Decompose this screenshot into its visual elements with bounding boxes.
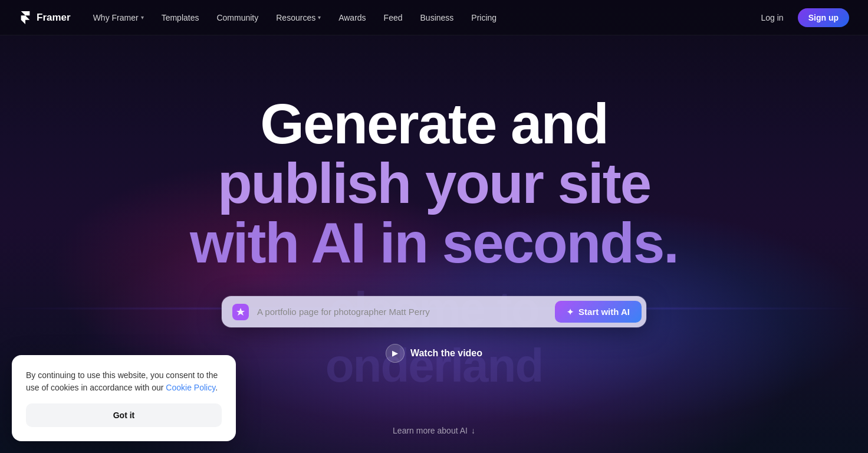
- logo[interactable]: Framer: [19, 11, 71, 24]
- chevron-down-icon: ▾: [141, 14, 144, 21]
- nav-item-label: Feed: [384, 13, 403, 22]
- cookie-policy-link[interactable]: Cookie Policy: [166, 383, 215, 392]
- nav-item-awards[interactable]: Awards: [330, 9, 374, 26]
- watch-video-label: Watch the video: [410, 348, 482, 359]
- start-with-ai-button[interactable]: ✦ Start with AI: [555, 301, 642, 323]
- start-ai-label: Start with AI: [578, 307, 630, 317]
- nav-item-label: Community: [216, 13, 258, 22]
- ai-prompt-input[interactable]: [257, 307, 548, 317]
- nav-item-templates[interactable]: Templates: [153, 9, 208, 26]
- nav-item-label: Business: [420, 13, 454, 22]
- hero-title-line1: Generate and: [190, 94, 678, 154]
- ai-icon: [232, 304, 249, 320]
- learn-more-label: Learn more about AI: [393, 426, 468, 435]
- logo-text: Framer: [37, 12, 71, 24]
- nav-item-business[interactable]: Business: [412, 9, 462, 26]
- hero-title-line2: publish your site: [190, 154, 678, 214]
- learn-more-link[interactable]: Learn more about AI ↓: [393, 426, 475, 435]
- hero-title-line3: with AI in seconds.: [190, 214, 678, 273]
- nav-item-community[interactable]: Community: [208, 9, 267, 26]
- hero-section: Generate and publish your site with AI i…: [0, 35, 868, 363]
- nav-item-pricing[interactable]: Pricing: [463, 9, 505, 26]
- navbar: Framer Why Framer ▾ Templates Community …: [0, 0, 868, 35]
- cookie-banner: By continuing to use this website, you c…: [12, 355, 236, 441]
- watch-video-link[interactable]: ▶ Watch the video: [386, 344, 482, 363]
- login-button[interactable]: Log in: [752, 9, 793, 27]
- nav-item-label: Resources: [276, 13, 315, 22]
- arrow-down-icon: ↓: [471, 426, 475, 435]
- cookie-text: By continuing to use this website, you c…: [26, 369, 222, 394]
- nav-right: Log in Sign up: [752, 8, 849, 27]
- framer-logo-icon: [19, 11, 32, 24]
- nav-items: Why Framer ▾ Templates Community Resourc…: [85, 9, 752, 26]
- nav-item-label: Awards: [338, 13, 366, 22]
- nav-item-why-framer[interactable]: Why Framer ▾: [85, 9, 152, 26]
- chevron-down-icon: ▾: [318, 14, 321, 21]
- star-icon: ✦: [567, 307, 574, 317]
- hero-title: Generate and publish your site with AI i…: [190, 94, 678, 273]
- signup-button[interactable]: Sign up: [798, 8, 849, 27]
- nav-item-label: Pricing: [471, 13, 497, 22]
- ai-icon-wrapper: [231, 303, 250, 321]
- nav-item-label: Why Framer: [93, 13, 139, 22]
- nav-item-feed[interactable]: Feed: [376, 9, 411, 26]
- cookie-accept-button[interactable]: Got it: [26, 403, 222, 427]
- ai-input-bar: ✦ Start with AI: [222, 296, 646, 327]
- play-button-icon: ▶: [386, 344, 405, 363]
- nav-item-resources[interactable]: Resources ▾: [268, 9, 329, 26]
- nav-item-label: Templates: [162, 13, 199, 22]
